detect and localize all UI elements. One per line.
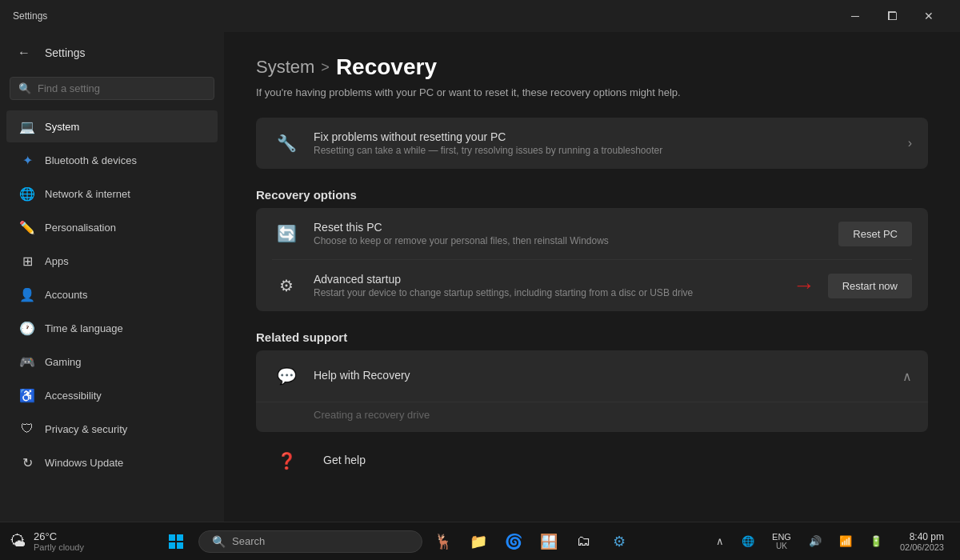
weather-description: Partly cloudy <box>34 542 84 552</box>
volume-tray[interactable]: 🔊 <box>802 532 828 550</box>
sidebar-item-label: Network & internet <box>45 188 130 200</box>
advanced-startup-desc: Restart your device to change startup se… <box>314 287 793 298</box>
reset-pc-text: Reset this PC Choose to keep or remove y… <box>314 221 838 246</box>
taskbar-center: 🔍 Search 🦌 📁 🌀 🪟 🗂 ⚙ <box>84 526 710 558</box>
breadcrumb-parent[interactable]: System <box>256 57 314 78</box>
sidebar-item-label: Accessibility <box>45 390 102 402</box>
close-button[interactable]: ✕ <box>910 3 947 29</box>
network-icon: 🌐 <box>19 186 35 202</box>
taskbar-explorer-icon[interactable]: 🗂 <box>570 527 598 556</box>
help-with-recovery-row[interactable]: 💬 Help with Recovery ∧ <box>256 350 928 402</box>
fix-problems-row[interactable]: 🔧 Fix problems without resetting your PC… <box>256 118 928 169</box>
sidebar-item-update[interactable]: ↻ Windows Update <box>6 446 218 478</box>
sidebar-item-privacy[interactable]: 🛡 Privacy & security <box>6 413 218 445</box>
taskbar-search[interactable]: 🔍 Search <box>198 530 422 553</box>
battery-tray[interactable]: 🔋 <box>863 532 889 550</box>
sidebar-item-gaming[interactable]: 🎮 Gaming <box>6 346 218 378</box>
clock-time: 8:40 pm <box>900 531 944 542</box>
help-with-recovery-title: Help with Recovery <box>314 369 902 382</box>
taskbar-settings-icon[interactable]: ⚙ <box>605 527 634 556</box>
sidebar-item-label: Apps <box>45 255 69 267</box>
system-tray[interactable]: ∧ <box>710 532 730 550</box>
start-button[interactable] <box>160 526 192 558</box>
update-icon: ↻ <box>19 454 35 470</box>
minimize-button[interactable]: ─ <box>837 3 874 29</box>
advanced-startup-row[interactable]: ⚙ Advanced startup Restart your device t… <box>256 260 928 311</box>
taskbar-file-manager-icon[interactable]: 📁 <box>464 527 493 556</box>
search-box[interactable]: 🔍 <box>10 77 214 100</box>
breadcrumb: System > Recovery <box>256 54 928 80</box>
sidebar-item-label: Personalisation <box>45 222 116 234</box>
time-icon: 🕐 <box>19 320 35 336</box>
gaming-icon: 🎮 <box>19 354 35 370</box>
bluetooth-icon: ✦ <box>19 152 35 168</box>
taskbar-search-label: Search <box>232 535 265 547</box>
get-help-row[interactable]: ❓ Get help <box>256 435 928 486</box>
system-icon: 💻 <box>19 118 35 134</box>
page-subtitle: If you're having problems with your PC o… <box>256 86 928 98</box>
svg-rect-1 <box>177 534 183 541</box>
advanced-startup-title: Advanced startup <box>314 273 793 286</box>
reset-pc-desc: Choose to keep or remove your personal f… <box>314 235 838 246</box>
privacy-icon: 🛡 <box>19 421 35 437</box>
fix-problems-icon: 🔧 <box>272 129 301 158</box>
taskbar-store-icon[interactable]: 🪟 <box>534 527 563 556</box>
sidebar-item-label: Gaming <box>45 356 82 368</box>
personalisation-icon: ✏️ <box>19 219 35 235</box>
back-button[interactable]: ← <box>13 42 35 64</box>
fix-problems-card: 🔧 Fix problems without resetting your PC… <box>256 118 928 169</box>
sidebar-item-label: Privacy & security <box>45 423 127 435</box>
network-tray[interactable]: 🌐 <box>735 532 761 550</box>
sidebar-app-title: Settings <box>45 46 86 59</box>
sidebar-item-personalisation[interactable]: ✏️ Personalisation <box>6 211 218 243</box>
main-container: ← Settings 🔍 💻 System ✦ Bluetooth & devi… <box>0 32 960 522</box>
wifi-icon: 📶 <box>839 535 852 547</box>
sidebar-item-network[interactable]: 🌐 Network & internet <box>6 178 218 210</box>
reset-pc-icon: 🔄 <box>272 219 301 248</box>
weather-icon: 🌤 <box>10 532 26 550</box>
search-input[interactable] <box>38 82 206 94</box>
sidebar-item-time[interactable]: 🕐 Time & language <box>6 312 218 344</box>
search-icon: 🔍 <box>18 82 31 94</box>
apps-icon: ⊞ <box>19 253 35 269</box>
content-area: System > Recovery If you're having probl… <box>224 32 960 522</box>
sidebar-item-label: Accounts <box>45 289 87 301</box>
recovery-options-heading: Recovery options <box>256 188 928 202</box>
restart-now-button[interactable]: Restart now <box>828 274 912 298</box>
sidebar-item-label: System <box>45 121 79 133</box>
sidebar-item-accounts[interactable]: 👤 Accounts <box>6 278 218 310</box>
sidebar-item-apps[interactable]: ⊞ Apps <box>6 245 218 277</box>
window-title: Settings <box>13 10 837 22</box>
related-support-card: 💬 Help with Recovery ∧ Creating a recove… <box>256 350 928 432</box>
breadcrumb-separator: > <box>321 59 330 76</box>
taskbar-left: 🌤 26°C Partly cloudy <box>10 530 84 552</box>
network-tray-icon: 🌐 <box>742 535 754 547</box>
creating-recovery-drive: Creating a recovery drive <box>256 402 928 432</box>
advanced-startup-text: Advanced startup Restart your device to … <box>314 273 793 298</box>
svg-rect-2 <box>169 542 175 549</box>
system-clock[interactable]: 8:40 pm 02/06/2023 <box>894 528 950 555</box>
reset-pc-button[interactable]: Reset PC <box>838 222 912 246</box>
sidebar-item-accessibility[interactable]: ♿ Accessibility <box>6 379 218 411</box>
weather-info: 26°C Partly cloudy <box>34 530 84 552</box>
weather-temperature: 26°C <box>34 530 84 542</box>
breadcrumb-current: Recovery <box>336 54 437 80</box>
battery-icon: 🔋 <box>870 535 882 547</box>
sidebar-item-label: Windows Update <box>45 457 123 469</box>
titlebar: Settings ─ ⧠ ✕ <box>0 0 960 32</box>
taskbar-deer-icon[interactable]: 🦌 <box>429 527 458 556</box>
taskbar-edge-icon[interactable]: 🌀 <box>499 527 528 556</box>
maximize-button[interactable]: ⧠ <box>874 3 910 29</box>
sidebar-item-system[interactable]: 💻 System <box>6 110 218 142</box>
sidebar-item-bluetooth[interactable]: ✦ Bluetooth & devices <box>6 144 218 176</box>
fix-problems-chevron: › <box>908 136 912 150</box>
reset-pc-row[interactable]: 🔄 Reset this PC Choose to keep or remove… <box>256 208 928 259</box>
sidebar-header: ← Settings <box>0 32 224 70</box>
wifi-tray[interactable]: 📶 <box>833 532 858 550</box>
search-container[interactable]: 🔍 <box>0 70 224 106</box>
lang-tray[interactable]: ENG UK <box>766 529 798 554</box>
get-help-title: Get help <box>323 454 366 466</box>
accounts-icon: 👤 <box>19 286 35 302</box>
accessibility-icon: ♿ <box>19 387 35 403</box>
sidebar-item-label: Time & language <box>45 322 123 334</box>
